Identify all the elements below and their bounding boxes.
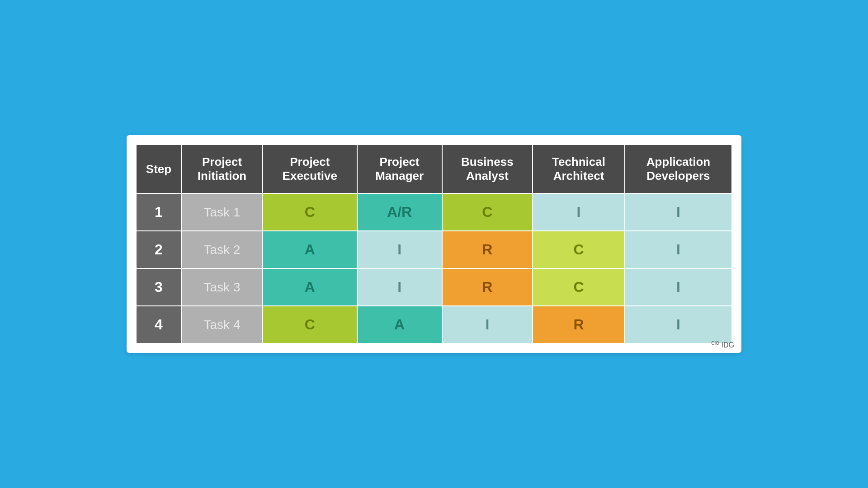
- table-row: 4Task 4CAIRI: [136, 306, 732, 343]
- role-cell: R: [442, 231, 533, 268]
- task-cell: Task 1: [181, 193, 263, 231]
- role-cell: I: [625, 231, 732, 268]
- header-technical-architect: TechnicalArchitect: [533, 145, 625, 193]
- role-cell: A: [357, 306, 442, 343]
- header-business-analyst: BusinessAnalyst: [442, 145, 533, 193]
- header-project-executive: ProjectExecutive: [263, 145, 357, 193]
- step-cell: 1: [136, 193, 181, 231]
- role-cell: C: [533, 268, 625, 306]
- task-cell: Task 3: [181, 268, 263, 306]
- header-project-manager: ProjectManager: [357, 145, 442, 193]
- raci-table: Step ProjectInitiation ProjectExecutive …: [136, 144, 732, 344]
- role-cell: C: [263, 193, 357, 231]
- role-cell: A: [263, 231, 357, 268]
- header-row: Step ProjectInitiation ProjectExecutive …: [136, 145, 732, 193]
- header-step: Step: [136, 145, 181, 193]
- table-row: 3Task 3AIRCI: [136, 268, 732, 306]
- role-cell: I: [625, 306, 732, 343]
- role-cell: R: [533, 306, 625, 343]
- step-cell: 4: [136, 306, 181, 343]
- role-cell: R: [442, 268, 533, 306]
- role-cell: C: [442, 193, 533, 231]
- role-cell: I: [357, 231, 442, 268]
- logo: CIO IDG: [711, 341, 734, 349]
- task-cell: Task 2: [181, 231, 263, 268]
- task-cell: Task 4: [181, 306, 263, 343]
- logo-superscript: CIO: [711, 341, 719, 346]
- step-cell: 2: [136, 231, 181, 268]
- header-project-initiation: ProjectInitiation: [181, 145, 263, 193]
- role-cell: I: [625, 268, 732, 306]
- role-cell: C: [533, 231, 625, 268]
- role-cell: A: [263, 268, 357, 306]
- main-card: Step ProjectInitiation ProjectExecutive …: [127, 135, 741, 353]
- role-cell: I: [357, 268, 442, 306]
- role-cell: C: [263, 306, 357, 343]
- role-cell: I: [442, 306, 533, 343]
- header-application-developers: ApplicationDevelopers: [625, 145, 732, 193]
- step-cell: 3: [136, 268, 181, 306]
- role-cell: A/R: [357, 193, 442, 231]
- table-row: 2Task 2AIRCI: [136, 231, 732, 268]
- logo-text: IDG: [722, 341, 734, 349]
- table-row: 1Task 1CA/RCII: [136, 193, 732, 231]
- role-cell: I: [533, 193, 625, 231]
- role-cell: I: [625, 193, 732, 231]
